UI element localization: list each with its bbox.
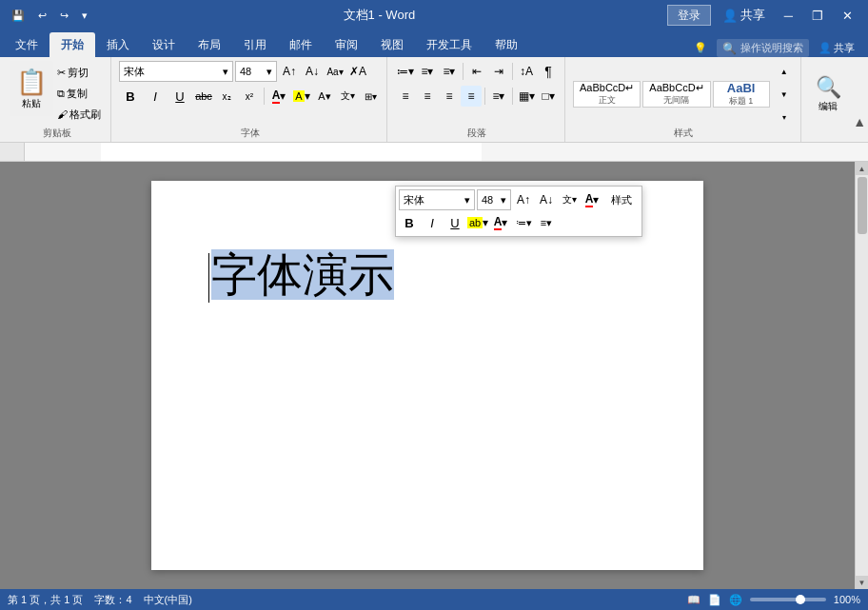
style-normal[interactable]: AaBbCcD↵ 正文 (573, 81, 641, 108)
styles-scroll-up[interactable]: ▲ (774, 61, 795, 82)
qat-dropdown-button[interactable]: ▾ (78, 8, 91, 24)
selected-text[interactable]: 字体演示 (211, 249, 394, 300)
mini-styles-button[interactable]: 样式 (604, 189, 639, 210)
format-painter-button[interactable]: 🖌 格式刷 (53, 105, 105, 124)
read-view-button[interactable]: 📖 (687, 594, 700, 606)
strikethrough-button[interactable]: abc (193, 86, 214, 107)
mini-font-name: 宋体 (404, 193, 424, 207)
multilevel-button[interactable]: ≡▾ (439, 61, 460, 82)
italic-button[interactable]: I (144, 86, 167, 107)
zoom-slider[interactable] (750, 598, 826, 601)
share-button[interactable]: 👤 共享 (715, 4, 773, 27)
tab-layout[interactable]: 布局 (187, 32, 232, 57)
font-selector[interactable]: 宋体 ▾ (119, 61, 233, 82)
mini-bullets-button[interactable]: ≔▾ (513, 212, 534, 233)
redo-button[interactable]: ↪ (56, 8, 72, 24)
align-center-button[interactable]: ≡ (417, 86, 438, 107)
subscript-button[interactable]: x₂ (216, 86, 237, 107)
font-size: 48 (240, 66, 251, 77)
mini-shrink-button[interactable]: A↓ (536, 189, 557, 210)
clipboard-small-buttons: ✂ 剪切 ⧉ 复制 🖌 格式刷 (53, 61, 105, 124)
bullets-button[interactable]: ≔▾ (395, 61, 416, 82)
shading-button[interactable]: ▦▾ (516, 86, 537, 107)
font-color-button[interactable]: A▾ (268, 86, 289, 107)
line-spacing-button[interactable]: ≡▾ (488, 86, 509, 107)
search-placeholder: 操作说明搜索 (740, 41, 803, 55)
mini-underline-button[interactable]: U (444, 212, 465, 233)
tab-file[interactable]: 文件 (4, 32, 49, 57)
mini-font-color-button[interactable]: A▾ (582, 189, 602, 210)
restore-button[interactable]: ❐ (804, 4, 831, 27)
tab-references[interactable]: 引用 (232, 32, 278, 57)
light-bulb-button[interactable]: 💡 (688, 40, 713, 56)
mini-italic-button[interactable]: I (422, 212, 443, 233)
sort-button[interactable]: ↕A (516, 61, 537, 82)
mini-font-color2-button[interactable]: A▾ (490, 212, 511, 233)
align-left-button[interactable]: ≡ (395, 86, 416, 107)
tab-help[interactable]: 帮助 (483, 32, 529, 57)
mini-bold-button[interactable]: B (399, 212, 420, 233)
decrease-font-button[interactable]: A↓ (302, 61, 323, 82)
font-size-selector[interactable]: 48 ▾ (235, 61, 277, 82)
superscript-button[interactable]: x² (239, 86, 260, 107)
copy-button[interactable]: ⧉ 复制 (53, 84, 105, 103)
mini-format-button[interactable]: 文▾ (559, 189, 580, 210)
cut-button[interactable]: ✂ 剪切 (53, 63, 105, 82)
zoom-thumb[interactable] (796, 595, 805, 604)
tab-review[interactable]: 审阅 (324, 32, 369, 57)
align-right-button[interactable]: ≡ (439, 86, 460, 107)
document-page[interactable]: 字体演示 (151, 181, 703, 570)
style-nospace[interactable]: AaBbCcD↵ 无间隔 (642, 81, 710, 108)
scroll-thumb[interactable] (858, 177, 867, 234)
zoom-level: 100% (834, 594, 860, 605)
mini-numbered-button[interactable]: ≡▾ (536, 212, 557, 233)
change-case-button[interactable]: Aa▾ (325, 61, 345, 82)
search-editing-button[interactable]: 🔍 编辑 (809, 67, 848, 122)
paste-button[interactable]: 📋 粘贴 (10, 61, 53, 116)
mini-font-selector[interactable]: 宋体 ▾ (399, 189, 475, 210)
borders-button[interactable]: □▾ (538, 86, 559, 107)
save-button[interactable]: 💾 (8, 8, 29, 24)
styles-scroll-down[interactable]: ▼ (774, 84, 795, 105)
font-color2-button[interactable]: A▾ (314, 86, 335, 107)
mini-size-selector[interactable]: 48 ▾ (477, 189, 511, 210)
ribbon-collapse-button[interactable]: ▲ (853, 114, 866, 129)
close-button[interactable]: ✕ (835, 4, 860, 27)
mini-highlight-button[interactable]: ab▾ (467, 212, 488, 233)
increase-font-button[interactable]: A↑ (279, 61, 300, 82)
scroll-down-button[interactable]: ▼ (856, 576, 869, 589)
page-view-button[interactable]: 📄 (708, 594, 721, 606)
title-bar-center: 文档1 - Word (91, 7, 667, 24)
decrease-indent-button[interactable]: ⇤ (466, 61, 487, 82)
ribbon: 📋 粘贴 ✂ 剪切 ⧉ 复制 🖌 格式刷 剪贴板 宋体 (0, 57, 868, 143)
clear-format-button[interactable]: ✗A (347, 61, 368, 82)
underline-button[interactable]: U (168, 86, 191, 107)
style-heading1[interactable]: AaBl 标题 1 (713, 81, 770, 108)
highlight-color-button[interactable]: A▾ (291, 86, 312, 107)
tab-mailings[interactable]: 邮件 (278, 32, 324, 57)
expand-font-button[interactable]: ⊞▾ (360, 86, 381, 107)
increase-indent-button[interactable]: ⇥ (488, 61, 509, 82)
tab-home[interactable]: 开始 (49, 32, 95, 57)
search-box: 🔍 操作说明搜索 (717, 39, 809, 57)
bold-button[interactable]: B (119, 86, 142, 107)
styles-more[interactable]: ▾ (774, 107, 795, 128)
tab-view[interactable]: 视图 (369, 32, 415, 57)
tab-insert[interactable]: 插入 (95, 32, 141, 57)
word-count: 字数：4 (94, 593, 131, 607)
text-cursor-after (394, 253, 395, 303)
scroll-up-button[interactable]: ▲ (856, 162, 869, 175)
undo-button[interactable]: ↩ (34, 8, 50, 24)
tab-developer[interactable]: 开发工具 (415, 32, 483, 57)
web-view-button[interactable]: 🌐 (729, 594, 742, 606)
minimize-button[interactable]: ─ (777, 4, 800, 27)
pinyin-button[interactable]: 文▾ (337, 86, 358, 107)
mini-grow-button[interactable]: A↑ (513, 189, 534, 210)
scroll-track[interactable] (856, 175, 868, 576)
numbered-button[interactable]: ≡▾ (417, 61, 438, 82)
show-marks-button[interactable]: ¶ (538, 61, 559, 82)
tab-design[interactable]: 设计 (141, 32, 187, 57)
share-ribbon-button[interactable]: 👤 共享 (813, 39, 860, 57)
login-button[interactable]: 登录 (667, 5, 711, 26)
justify-button[interactable]: ≡ (461, 86, 482, 107)
